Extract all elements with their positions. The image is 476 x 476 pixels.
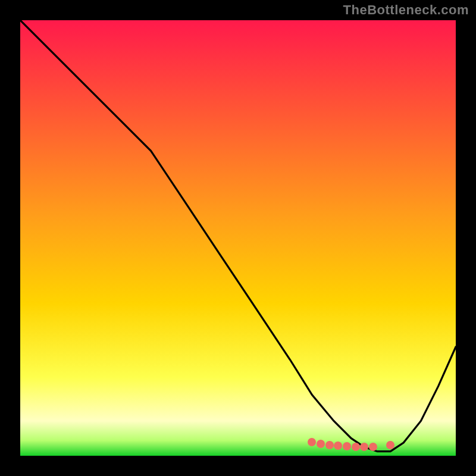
marker-layer (20, 20, 456, 456)
highlight-point (317, 440, 325, 448)
highlight-point (325, 441, 334, 449)
highlight-point (343, 442, 351, 450)
highlight-point (360, 443, 368, 451)
highlight-point (386, 441, 394, 449)
highlight-point (308, 438, 316, 446)
highlight-point (352, 443, 360, 451)
chart-figure: TheBottleneck.com (0, 0, 476, 476)
highlight-point (334, 441, 342, 450)
plot-area (20, 20, 456, 456)
watermark: TheBottleneck.com (343, 2, 469, 18)
highlight-point (369, 443, 377, 451)
